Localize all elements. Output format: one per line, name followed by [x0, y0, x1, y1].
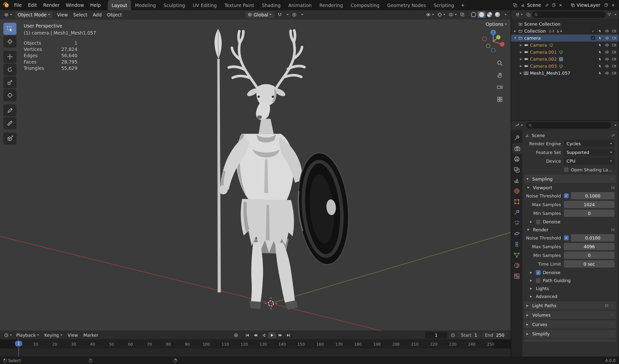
cursor-toggle-icon[interactable] — [596, 57, 604, 61]
feature-set-dropdown[interactable]: Supported — [564, 149, 615, 156]
camera-toggle-icon[interactable] — [611, 50, 618, 54]
render-noise-checkbox[interactable]: ✓ — [564, 235, 569, 240]
outliner-item-name[interactable]: Scene Collection — [524, 22, 561, 27]
orthographic-toggle-icon[interactable] — [497, 96, 503, 102]
path-guiding-checkbox[interactable]: ✓ — [536, 278, 541, 283]
gizmo-neg-x-ball[interactable] — [482, 37, 487, 41]
outliner-item-name[interactable]: Camera.002 — [530, 56, 557, 62]
viewport-menu-view[interactable]: View — [54, 12, 70, 17]
outliner-row-camera-001[interactable]: ▶Camera.001 — [511, 49, 619, 56]
gizmo-neg-z-ball[interactable] — [491, 48, 495, 53]
jump-to-end-button[interactable] — [284, 332, 293, 338]
play-reverse-button[interactable] — [260, 332, 268, 338]
preset-menu-icon[interactable] — [611, 228, 615, 232]
auto-keying-record-icon[interactable] — [232, 332, 240, 338]
current-frame-field[interactable]: 1 — [425, 332, 447, 339]
outliner-row-mesh1-mesh1-057[interactable]: ▶Mesh1_Mesh1.057 — [511, 70, 619, 77]
expander-icon[interactable]: ▶ — [518, 71, 523, 75]
cursor-toggle-icon[interactable] — [596, 36, 604, 40]
cursor-toggle-icon[interactable] — [596, 50, 604, 54]
prev-keyframe-button[interactable] — [252, 332, 260, 338]
viewport-noise-checkbox[interactable]: ✓ — [564, 193, 569, 198]
gizmo-y-ball[interactable] — [496, 35, 501, 39]
eye-toggle-icon[interactable] — [604, 71, 611, 75]
editor-type-properties-icon[interactable] — [513, 123, 524, 128]
new-viewlayer-icon[interactable] — [603, 3, 609, 7]
rotate-tool[interactable] — [3, 64, 16, 76]
preset-menu-icon[interactable] — [605, 304, 609, 308]
camera-toggle-icon[interactable] — [611, 36, 618, 40]
snap-magnet-icon[interactable] — [276, 13, 284, 17]
editor-type-viewport-icon[interactable] — [2, 12, 14, 17]
timeline-menu-view[interactable]: View — [65, 333, 81, 338]
properties-tab-modifiers[interactable] — [511, 207, 522, 218]
advanced-subpanel[interactable]: ▶Advanced — [523, 293, 617, 300]
scale-tool[interactable] — [3, 76, 16, 88]
menu-window[interactable]: Window — [63, 0, 87, 10]
measure-tool[interactable] — [3, 117, 16, 129]
camera-toggle-icon[interactable] — [611, 71, 618, 75]
expander-icon[interactable]: ▶ — [518, 43, 523, 47]
unlink-scene-icon[interactable]: × — [558, 2, 564, 8]
outliner-row-camera-003[interactable]: ▶Camera.003 — [511, 63, 619, 70]
expander-icon[interactable]: ▶ — [518, 51, 523, 54]
transform-orientation-dropdown[interactable]: Global — [245, 11, 274, 18]
timeline-menu-marker[interactable]: Marker — [81, 333, 101, 338]
properties-tab-material[interactable] — [511, 260, 522, 271]
outliner-item-name[interactable]: Collection — [524, 28, 546, 34]
outliner-item-name[interactable]: Camera.001 — [530, 50, 557, 55]
cursor-toggle-icon[interactable] — [596, 29, 604, 33]
next-keyframe-button[interactable] — [276, 332, 284, 338]
outliner-row-scene-collection[interactable]: Scene Collection — [511, 21, 619, 28]
outliner-item-name[interactable]: Camera.003 — [530, 64, 557, 69]
timeline-menu-playback[interactable]: Playback — [14, 333, 42, 338]
play-button[interactable] — [268, 332, 276, 338]
viewport-noise-value[interactable]: 0.1000 — [571, 192, 615, 199]
properties-tab-output[interactable] — [511, 154, 522, 164]
eye-toggle-icon[interactable] — [604, 43, 611, 47]
pin-scene-icon[interactable] — [544, 3, 550, 7]
timeline-menu-keying[interactable]: Keying — [42, 333, 65, 338]
mode-dropdown[interactable]: Object Mode — [15, 11, 53, 18]
shading-material-button[interactable] — [486, 11, 493, 18]
menu-help[interactable]: Help — [87, 0, 104, 10]
pin-icon[interactable] — [611, 133, 615, 137]
workspace-tab-layout[interactable]: Layout — [108, 0, 131, 10]
shading-solid-button[interactable] — [478, 11, 486, 18]
new-scene-icon[interactable] — [551, 3, 557, 7]
cursor-tool[interactable] — [3, 36, 16, 48]
frame-end-field[interactable]: End 250 — [482, 332, 507, 339]
outliner-row-camera-002[interactable]: ▶Camera.002 — [511, 56, 619, 63]
menu-file[interactable]: File — [11, 0, 25, 10]
pan-hand-icon[interactable] — [497, 72, 503, 78]
workspace-tab-texture-paint[interactable]: Texture Paint — [221, 0, 258, 10]
cursor-toggle-icon[interactable] — [596, 43, 604, 47]
render-denoise-checkbox[interactable]: ✓ — [536, 270, 541, 275]
camera-data-icon[interactable] — [549, 43, 553, 47]
render-min-samples-value[interactable]: 0 — [564, 252, 615, 259]
eye-toggle-icon[interactable] — [604, 57, 611, 61]
gizmo-x-ball[interactable] — [500, 42, 505, 47]
transform-tool[interactable] — [3, 89, 16, 101]
timeline-channels-empty[interactable] — [0, 349, 511, 357]
select-box-tool[interactable] — [3, 23, 16, 35]
add-cube-tool[interactable] — [3, 132, 16, 144]
camera-data-icon[interactable] — [559, 64, 563, 68]
add-workspace-button[interactable]: + — [458, 0, 468, 10]
viewport-menu-object[interactable]: Object — [104, 12, 125, 17]
outliner-row-collection[interactable]: ▶Collection24✓ — [511, 28, 619, 35]
eye-toggle-icon[interactable] — [604, 36, 611, 40]
render-engine-dropdown[interactable]: Cycles — [564, 140, 615, 147]
cursor-toggle-icon[interactable] — [596, 71, 604, 75]
camera-data-icon[interactable] — [559, 50, 563, 54]
outliner-search-input[interactable] — [532, 11, 605, 18]
workspace-tab-shading[interactable]: Shading — [258, 0, 284, 10]
browse-scene-icon[interactable] — [512, 3, 518, 7]
cursor-toggle-icon[interactable] — [596, 64, 604, 68]
outliner-item-name[interactable]: Camera — [530, 42, 547, 48]
device-dropdown[interactable]: CPU — [564, 157, 615, 165]
proportional-options-chevron[interactable] — [298, 14, 305, 15]
properties-tab-texture[interactable] — [511, 271, 522, 281]
eye-toggle-icon[interactable] — [604, 29, 611, 33]
time-limit-value[interactable]: 0 sec — [564, 260, 615, 267]
